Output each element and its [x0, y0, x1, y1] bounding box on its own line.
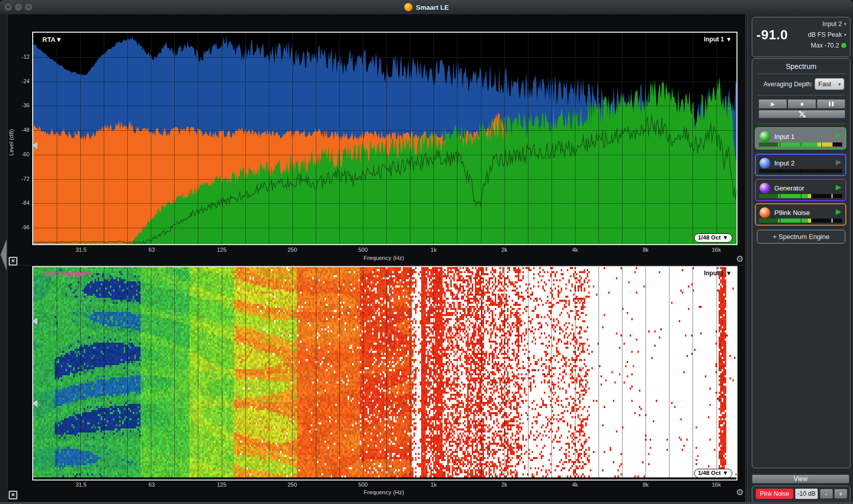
- meter-peak-tick: [832, 219, 833, 223]
- engine-play-icon[interactable]: ▶: [836, 132, 841, 139]
- engine-row-generator[interactable]: Generator ▶: [755, 179, 846, 201]
- meter-unit-selector[interactable]: dB FS Peak▾: [808, 31, 846, 38]
- x-tick-label: 16k: [705, 247, 728, 253]
- close-icon: ✕: [11, 259, 15, 263]
- tools-icon: [799, 111, 805, 117]
- generator-level-plus-button[interactable]: +: [834, 489, 847, 499]
- x-tick-label: 8k: [634, 482, 657, 488]
- engine-color-dot: [759, 131, 770, 142]
- engine-color-dot: [759, 183, 770, 194]
- engine-name: Input 2: [774, 159, 795, 167]
- smaart-app-icon: [404, 3, 412, 11]
- separator: [757, 74, 845, 74]
- generator-panel: Pink Noise -10 dB - +: [752, 486, 850, 503]
- engine-color-dot: [759, 207, 770, 218]
- spectrograph-x-axis-title: Frequency (Hz): [32, 489, 735, 495]
- separator: [757, 124, 845, 124]
- x-tick-label: 250: [281, 247, 304, 253]
- averaging-depth-dropdown[interactable]: Fast▾: [815, 78, 844, 90]
- meter-tick: [801, 169, 801, 173]
- close-icon: ✕: [11, 493, 15, 497]
- engine-row-input-2[interactable]: Input 2 ▶: [755, 154, 846, 176]
- y-tick-label: -48: [9, 127, 30, 133]
- smaart-window: ✕ − + Smaart LE RTA▼ Input 1 ▼ 1/48 Oct …: [0, 0, 853, 504]
- spectrograph-settings-gear-icon[interactable]: ⚙: [736, 488, 744, 497]
- spectrum-panel-title: Spectrum: [752, 62, 850, 70]
- spectrograph-input-selector[interactable]: Input 1 ▼: [704, 270, 732, 276]
- pink-noise-button[interactable]: Pink Noise: [756, 489, 793, 499]
- rta-x-axis-title: Frequency (Hz): [32, 255, 735, 261]
- spectrograph-pane-close-button[interactable]: ✕: [9, 491, 17, 499]
- engine-name: Input 1: [774, 133, 795, 140]
- meter-tick: [821, 219, 822, 223]
- spectrum-panel: Spectrum Averaging Depth: Fast▾ ▶ ■: [752, 58, 850, 468]
- stop-button[interactable]: ■: [788, 99, 816, 109]
- x-tick-label: 125: [211, 482, 233, 488]
- meter-tick: [821, 169, 822, 173]
- add-spectrum-engine-button[interactable]: + Spectrum Engine: [757, 230, 845, 244]
- engine-play-icon[interactable]: ▶: [836, 183, 841, 190]
- meter-max-readout: Max -70.2: [811, 42, 846, 49]
- engine-color-dot: [759, 158, 770, 169]
- engine-play-icon[interactable]: ▶: [836, 208, 841, 215]
- y-tick-label: -24: [9, 78, 30, 84]
- pane-divider: [7, 265, 745, 266]
- x-tick-label: 2k: [493, 247, 516, 253]
- pause-button[interactable]: [817, 99, 845, 109]
- signal-status-dot: [841, 43, 846, 48]
- engine-play-icon[interactable]: ▶: [836, 158, 841, 165]
- rta-octave-resolution-badge[interactable]: 1/48 Oct ▼: [694, 233, 732, 243]
- y-tick-label: -72: [9, 176, 30, 182]
- spectrograph-canvas[interactable]: [33, 267, 736, 477]
- title-bar: ✕ − + Smaart LE: [0, 0, 853, 15]
- spectrograph-view-menu[interactable]: Spectrograph▼: [42, 270, 92, 277]
- x-tick-label: 1k: [422, 482, 445, 488]
- engine-row-input-1[interactable]: Input 1 ▶: [755, 127, 846, 150]
- x-tick-label: 63: [141, 247, 163, 253]
- play-button[interactable]: ▶: [758, 99, 787, 109]
- spectrograph-octave-resolution-badge[interactable]: 1/48 Oct ▼: [694, 469, 732, 478]
- x-tick-label: 4k: [564, 247, 586, 253]
- generator-level-display: -10 dB: [795, 489, 818, 499]
- x-tick-label: 125: [211, 247, 233, 253]
- meter-tick: [780, 219, 780, 223]
- engine-name: Generator: [774, 184, 804, 192]
- engine-row-p9ink-noise[interactable]: P9ink Noise ▶: [755, 203, 846, 226]
- window-title: Smaart LE: [416, 4, 449, 11]
- x-tick-label: 1k: [422, 247, 445, 253]
- averaging-depth-label: Averaging Depth:: [752, 81, 813, 88]
- play-icon: ▶: [771, 102, 775, 107]
- chevron-down-icon: ▾: [844, 32, 846, 37]
- rta-settings-gear-icon[interactable]: ⚙: [736, 255, 744, 263]
- x-tick-label: 8k: [634, 247, 657, 253]
- meter-tick: [801, 142, 801, 147]
- chevron-down-icon: ▾: [838, 82, 841, 87]
- meter-tick: [780, 194, 780, 198]
- view-button[interactable]: View: [752, 474, 849, 484]
- y-tick-label: -36: [9, 102, 30, 108]
- generator-level-minus-button[interactable]: -: [820, 489, 833, 499]
- control-sidebar: -91.0 Input 2▾ dB FS Peak▾ Max -70.2 Spe…: [747, 14, 853, 502]
- window-bottom-edge: [0, 502, 853, 504]
- engine-name: P9ink Noise: [774, 209, 810, 217]
- separator: [757, 95, 845, 95]
- y-tick-label: -84: [9, 200, 30, 206]
- rta-input-selector[interactable]: Input 1 ▼: [704, 36, 732, 42]
- x-tick-label: 500: [352, 247, 374, 253]
- rta-canvas[interactable]: [33, 33, 736, 244]
- meter-tick: [801, 219, 801, 223]
- level-meter-panel: -91.0 Input 2▾ dB FS Peak▾ Max -70.2: [752, 17, 850, 57]
- engine-tools-button[interactable]: [758, 110, 845, 118]
- meter-tick: [780, 142, 780, 147]
- rta-view-menu[interactable]: RTA▼: [42, 36, 62, 43]
- rta-pane-close-button[interactable]: ✕: [9, 257, 17, 266]
- x-tick-label: 2k: [493, 482, 516, 488]
- peak-level-value: -91.0: [756, 27, 798, 43]
- y-tick-label: -60: [9, 151, 30, 157]
- meter-tick: [821, 194, 822, 198]
- rta-plot[interactable]: RTA▼ Input 1 ▼ 1/48 Oct ▼: [32, 32, 737, 245]
- meter-source-selector[interactable]: Input 2▾: [822, 20, 846, 28]
- y-tick-label: -12: [9, 54, 30, 60]
- x-tick-label: 16k: [705, 482, 728, 488]
- spectrograph-plot[interactable]: Spectrograph▼ Input 1 ▼ 1/48 Oct ▼: [32, 266, 737, 481]
